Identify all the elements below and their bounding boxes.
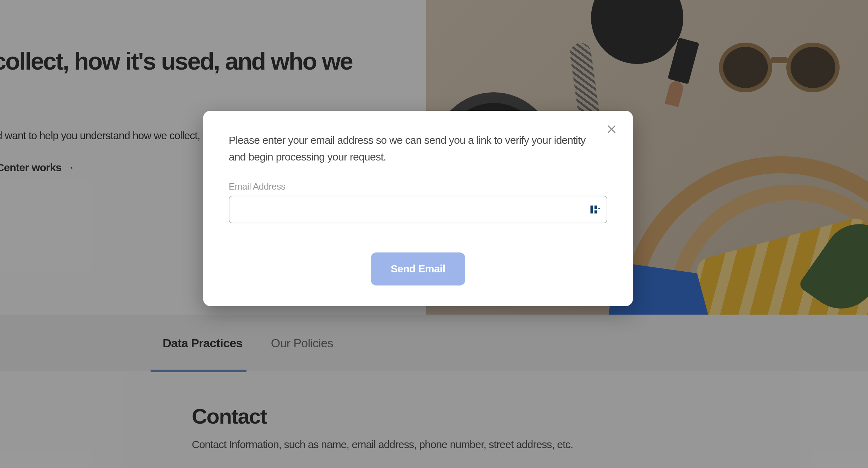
email-input[interactable] [229, 196, 607, 223]
close-icon [607, 124, 617, 134]
svg-rect-3 [595, 206, 597, 209]
password-manager-icon[interactable] [590, 204, 600, 215]
email-field-label: Email Address [229, 181, 607, 192]
modal-instruction-text: Please enter your email address so we ca… [229, 132, 607, 165]
close-button[interactable] [604, 122, 619, 136]
send-email-button[interactable]: Send Email [371, 252, 465, 285]
email-input-wrapper [229, 196, 607, 223]
email-verification-modal: Please enter your email address so we ca… [203, 111, 633, 306]
svg-rect-5 [598, 208, 600, 209]
svg-rect-2 [591, 206, 593, 214]
svg-rect-4 [595, 211, 597, 214]
modal-actions: Send Email [229, 252, 607, 285]
